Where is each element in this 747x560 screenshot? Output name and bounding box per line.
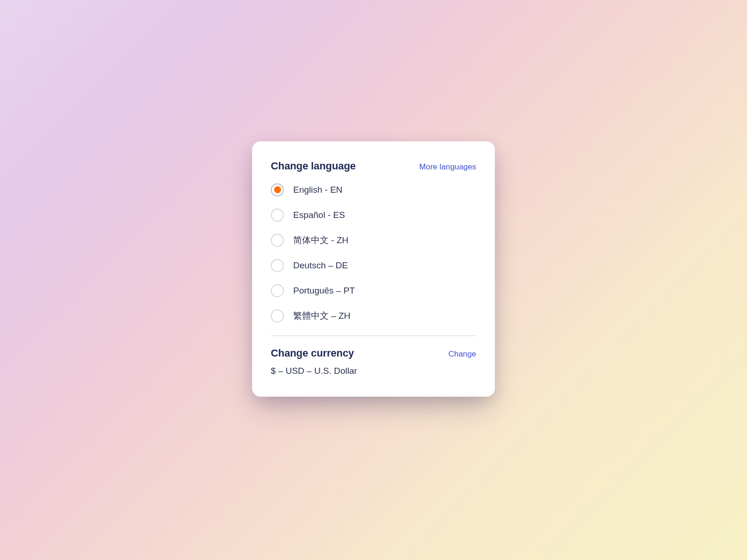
language-option-label: 繁體中文 – ZH — [293, 310, 350, 322]
language-option-label: Deutsch – DE — [293, 260, 348, 271]
currency-header: Change currency Change — [271, 347, 476, 359]
settings-card: Change language More languages English -… — [252, 141, 495, 397]
language-option-zh-simplified[interactable]: 简体中文 - ZH — [271, 234, 476, 247]
currency-section: Change currency Change $ – USD – U.S. Do… — [271, 347, 476, 376]
radio-icon — [271, 209, 284, 222]
language-option-portugues[interactable]: Português – PT — [271, 284, 476, 297]
section-divider — [271, 336, 476, 336]
radio-icon — [271, 284, 284, 297]
language-radio-list: English - EN Español - ES 简体中文 - ZH Deut… — [271, 183, 476, 322]
language-option-english[interactable]: English - EN — [271, 183, 476, 196]
more-languages-link[interactable]: More languages — [419, 162, 476, 172]
radio-icon — [271, 234, 284, 247]
currency-title: Change currency — [271, 347, 354, 359]
language-option-zh-traditional[interactable]: 繁體中文 – ZH — [271, 309, 476, 322]
language-option-label: Español - ES — [293, 210, 345, 220]
radio-icon — [271, 183, 284, 196]
radio-icon — [271, 309, 284, 322]
language-title: Change language — [271, 160, 356, 172]
language-header: Change language More languages — [271, 160, 476, 172]
language-option-espanol[interactable]: Español - ES — [271, 209, 476, 222]
currency-value: $ – USD – U.S. Dollar — [271, 366, 476, 376]
radio-icon — [271, 259, 284, 272]
language-option-label: Português – PT — [293, 286, 355, 296]
language-option-deutsch[interactable]: Deutsch – DE — [271, 259, 476, 272]
change-currency-link[interactable]: Change — [448, 350, 476, 359]
language-option-label: English - EN — [293, 185, 343, 195]
language-section: Change language More languages English -… — [271, 160, 476, 322]
language-option-label: 简体中文 - ZH — [293, 234, 348, 246]
